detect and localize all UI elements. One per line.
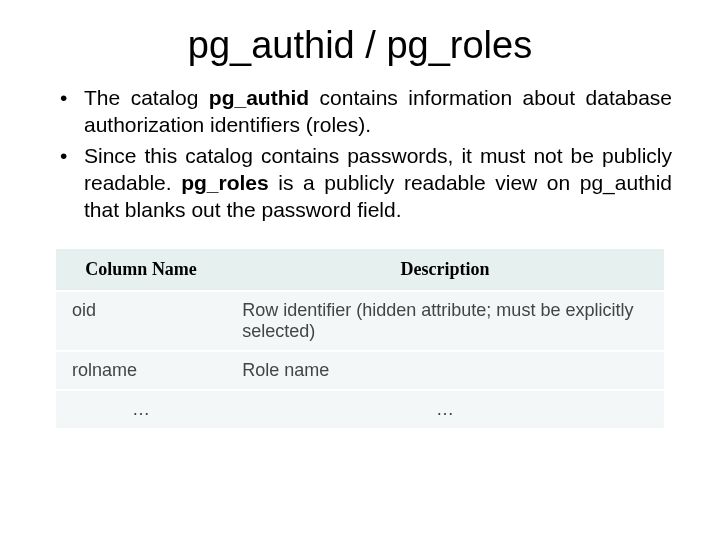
cell-description: Role name [226,351,664,390]
table-container: Column Name Description oid Row identifi… [56,249,664,430]
table-row: … … [56,390,664,429]
slide: pg_authid / pg_roles The catalog pg_auth… [0,0,720,540]
bullet-item: Since this catalog contains passwords, i… [70,143,672,224]
columns-table: Column Name Description oid Row identifi… [56,249,664,430]
cell-description: Row identifier (hidden attribute; must b… [226,291,664,351]
bullet-text: The catalog [84,86,209,109]
table-header-description: Description [226,249,664,291]
cell-description: … [226,390,664,429]
bullet-list: The catalog pg_authid contains informati… [48,85,672,223]
cell-column-name: oid [56,291,226,351]
bullet-item: The catalog pg_authid contains informati… [70,85,672,139]
bullet-bold: pg_authid [209,86,309,109]
table-row: oid Row identifier (hidden attribute; mu… [56,291,664,351]
table-header-column-name: Column Name [56,249,226,291]
cell-column-name: rolname [56,351,226,390]
cell-column-name: … [56,390,226,429]
page-title: pg_authid / pg_roles [48,24,672,67]
table-row: rolname Role name [56,351,664,390]
table-header-row: Column Name Description [56,249,664,291]
bullet-bold: pg_roles [181,171,269,194]
